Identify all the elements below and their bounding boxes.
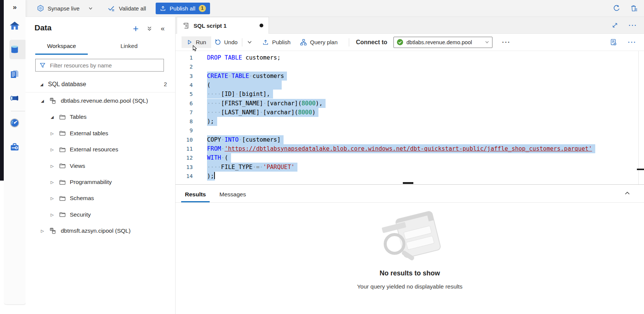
data-panel-tabs: Workspace Linked [26,39,175,55]
validate-all-button[interactable]: Validate all [107,4,146,12]
query-plan-button[interactable]: Query plan [300,39,338,46]
double-chevron-down-icon[interactable] [147,26,152,31]
collapse-left-icon[interactable]: « [161,24,165,33]
tree-item-label: dbtmsft.azsyn.cipool (SQL) [61,227,131,234]
code-line-7[interactable]: 7····[LAST_NAME]·[varchar](8000) [176,108,644,117]
line-number: 9 [176,126,193,135]
results-header: Results Messages [176,185,644,203]
caret-expanded-icon[interactable]: ◢ [39,82,44,87]
empty-state-subtitle: Your query yielded no displayable result… [176,283,644,290]
code-line-1[interactable]: 1DROP TABLE customers; [176,53,644,62]
chevron-up-icon[interactable] [624,190,630,196]
folder-icon [59,114,66,121]
caret-collapsed-icon[interactable]: ▷ [50,131,55,136]
tree-item-dbtlabs-revenue-demo-pool-sql[interactable]: ◢dbtlabs.revenue.demo.pool (SQL) [26,93,175,109]
undo-button[interactable]: Undo [214,39,238,46]
connect-to-label: Connect to [356,39,387,46]
line-number: 6 [176,99,193,108]
caret-collapsed-icon[interactable]: ▷ [50,164,55,168]
folder-icon [59,195,66,202]
caret-expanded-icon[interactable]: ◢ [40,99,45,103]
code-line-5[interactable]: 5····[ID]·[bigint], [176,90,644,99]
toolbar-divider [349,38,349,46]
mode-selector[interactable]: Synapse live [37,4,93,12]
upload-icon [160,5,166,12]
publish-button[interactable]: Publish [262,39,290,46]
tree-item-label: SQL database [48,81,86,88]
caret-expanded-icon[interactable]: ◢ [50,115,55,119]
sql-editor-region: SQL script 1 ··· Run [176,17,644,314]
tree-item-views[interactable]: ▷Views [26,158,175,174]
nav-item-develop[interactable] [9,69,20,80]
tree-item-label: dbtlabs.revenue.demo.pool (SQL) [61,97,148,104]
line-number: 5 [176,90,193,99]
nav-item-home[interactable] [9,20,20,31]
sql-code-editor[interactable]: 1DROP TABLE customers;23CREATE·TABLE·cus… [176,51,644,184]
discard-trash-icon[interactable] [630,4,638,12]
code-line-9[interactable]: 9 [176,126,644,135]
nav-item-manage[interactable] [9,141,20,153]
query-plan-label: Query plan [310,39,338,45]
code-line-3[interactable]: 3CREATE·TABLE·customers [176,72,644,81]
connection-value: dbtlabs.revenue.demo.pool [407,39,482,45]
caret-collapsed-icon[interactable]: ▷ [50,147,55,152]
tree-item-label: Tables [70,114,87,120]
line-number: 7 [176,108,193,117]
tree-item-programmability[interactable]: ▷Programmability [26,174,175,190]
more-ellipsis-icon[interactable]: ··· [502,40,511,44]
caret-collapsed-icon[interactable]: ▷ [50,196,55,200]
database-tree: ◢SQL database2◢dbtlabs.revenue.demo.pool… [26,76,175,239]
chevron-down-icon[interactable] [88,6,93,11]
tab-results[interactable]: Results [181,191,210,202]
publish-label: Publish [272,39,290,45]
publish-all-button[interactable]: Publish all 1 [156,3,210,14]
caret-collapsed-icon[interactable]: ▷ [40,229,45,233]
double-chevron-right-icon[interactable]: » [13,3,16,11]
code-line-10[interactable]: 10COPY·INTO·[customers] [176,135,644,144]
tree-item-external-resources[interactable]: ▷External resources [26,142,175,158]
code-line-12[interactable]: 12WITH·( [176,153,644,162]
code-line-11[interactable]: 11FROM·'https://dbtlabsynapsedatalake.bl… [176,144,644,153]
tree-item-schemas[interactable]: ▷Schemas [26,190,175,206]
editor-scrollbar-track[interactable] [638,51,639,184]
add-plus-icon[interactable]: + [133,25,138,32]
connection-dropdown[interactable]: dbtlabs.revenue.demo.pool [393,37,492,48]
tree-item-tables[interactable]: ◢Tables [26,109,175,125]
code-line-2[interactable]: 2 [176,62,644,71]
mouse-cursor [192,45,197,52]
more-ellipsis-icon[interactable]: ··· [629,24,637,27]
resource-filter [35,59,164,72]
sql-pool-icon [49,227,57,235]
code-line-6[interactable]: 6····[FIRST_NAME]·[varchar](8000), [176,99,644,108]
run-options-chevron-icon[interactable] [247,39,252,45]
tree-item-security[interactable]: ▷Security [26,206,175,223]
filter-input[interactable] [49,62,160,69]
more-ellipsis-icon[interactable]: ··· [628,40,636,44]
caret-collapsed-icon[interactable]: ▷ [50,180,55,184]
editor-tab-sql-script-1[interactable]: SQL script 1 [177,17,269,34]
code-line-4[interactable]: 4( [176,81,644,90]
code-line-13[interactable]: 13····FILE_TYPE·=·'PARQUET' [176,163,644,172]
tab-linked[interactable]: Linked [103,39,155,55]
tree-section-sql-database[interactable]: ◢SQL database2 [26,76,175,93]
run-label: Run [196,39,206,45]
properties-icon[interactable] [609,38,617,46]
code-line-14[interactable]: 14); [176,172,644,181]
line-number: 11 [176,144,193,153]
tree-item-external-tables[interactable]: ▷External tables [26,125,175,141]
results-splitter-handle[interactable] [403,182,413,184]
code-line-8[interactable]: 8); [176,117,644,126]
tab-workspace[interactable]: Workspace [35,39,88,55]
nav-item-monitor[interactable] [9,117,20,129]
undo-icon [214,39,221,46]
sql-pool-icon [49,97,57,105]
expand-icon[interactable] [612,22,618,28]
tree-item-label: External tables [70,130,108,137]
tree-item-label: Schemas [70,195,94,202]
nav-item-data[interactable] [9,44,20,55]
refresh-icon[interactable] [612,4,621,12]
caret-collapsed-icon[interactable]: ▷ [50,212,55,217]
tab-messages[interactable]: Messages [216,191,250,202]
nav-item-integrate[interactable] [9,93,20,104]
tree-item-dbtmsft-azsyn-cipool-sql[interactable]: ▷dbtmsft.azsyn.cipool (SQL) [26,223,175,239]
